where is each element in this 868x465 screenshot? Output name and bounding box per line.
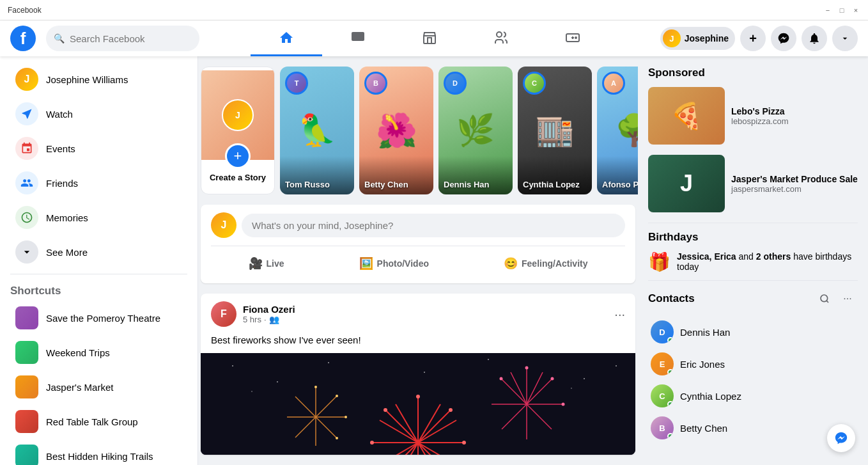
sidebar-shortcut-pomeroy[interactable]: Save the Pomeroy Theatre (5, 301, 192, 335)
photo-action[interactable]: 🖼️ Photo/Video (352, 251, 437, 276)
search-input[interactable] (70, 33, 192, 44)
svg-point-3 (575, 37, 577, 38)
watch-icon (15, 102, 38, 125)
create-story-plus-btn[interactable]: + (225, 143, 251, 169)
contacts-icons: ··· (814, 288, 858, 309)
live-action[interactable]: 🎥 Live (241, 251, 292, 276)
svg-point-36 (370, 441, 374, 445)
birthday-others: 2 others (756, 251, 791, 262)
svg-point-5 (232, 365, 233, 366)
notifications-button[interactable] (802, 26, 827, 51)
red-table-label: Red Table Talk Group (46, 416, 138, 427)
post-user-avatar: J (211, 212, 236, 238)
svg-point-49 (336, 437, 338, 439)
nav-tab-watch[interactable] (322, 20, 394, 56)
see-more-icon (15, 240, 38, 264)
sidebar-shortcut-jaspers[interactable]: Jasper's Market (5, 370, 192, 404)
create-story-user-img: J (222, 99, 254, 131)
story-card-tom[interactable]: T 🦜 Tom Russo (280, 67, 354, 194)
sidebar-shortcut-weekend-trips[interactable]: Weekend Trips (5, 336, 192, 369)
sidebar: J Josephine Williams Watch Events Friend… (0, 56, 198, 465)
post-box-top: J (211, 212, 625, 238)
sidebar-shortcut-hiking[interactable]: Best Hidden Hiking Trails (5, 439, 192, 465)
post-actions: 🎥 Live 🖼️ Photo/Video 😊 Feeling/Activity (211, 251, 625, 276)
feed-post-author: F Fiona Ozeri 5 hrs · 👥 (211, 301, 295, 327)
minimize-button[interactable]: − (823, 6, 832, 15)
search-bar[interactable]: 🔍 (46, 26, 199, 51)
post-options-button[interactable]: ··· (614, 307, 625, 322)
maximize-button[interactable]: □ (837, 6, 846, 15)
events-label: Events (46, 143, 75, 154)
messenger-button[interactable] (771, 26, 796, 51)
betty-online-dot (667, 433, 674, 439)
main-feed: J + Create a Story T 🦜 Tom Russo B 🌺 Bet… (198, 56, 638, 465)
lebos-ad-name: Lebo's Pizza (731, 106, 789, 116)
weekend-trips-label: Weekend Trips (46, 347, 110, 358)
svg-point-31 (449, 408, 453, 412)
create-story-top: J + (201, 67, 274, 160)
feed-post-author-info: Fiona Ozeri 5 hrs · 👥 (243, 304, 295, 324)
svg-point-6 (277, 381, 278, 382)
ad-item-lebos[interactable]: 🍕 Lebo's Pizza lebospizza.com (648, 87, 858, 145)
user-chip[interactable]: J Josephine (660, 27, 735, 50)
lebos-ad-url: lebospizza.com (731, 116, 789, 126)
feeling-action[interactable]: 😊 Feeling/Activity (496, 251, 595, 276)
create-story-card[interactable]: J + Create a Story (201, 67, 275, 194)
contacts-search-button[interactable] (814, 288, 835, 309)
right-panel: Sponsored 🍕 Lebo's Pizza lebospizza.com … (638, 56, 868, 465)
facebook-logo[interactable]: f (10, 26, 36, 51)
contact-cynthia[interactable]: C Cynthia Lopez (648, 381, 858, 411)
sidebar-item-see-more[interactable]: See More (5, 235, 192, 269)
see-more-label: See More (46, 247, 88, 258)
svg-point-32 (462, 441, 466, 445)
story-card-afonso[interactable]: A 🌳 Afonso Pinto (597, 67, 638, 194)
pomeroy-icon (15, 306, 38, 329)
ad-item-jaspers[interactable]: J Jasper's Market Produce Sale jaspersma… (648, 155, 858, 212)
nav-tab-gaming[interactable] (537, 20, 608, 56)
sidebar-item-memories[interactable]: Memories (5, 201, 192, 234)
header-right: J Josephine + (660, 26, 858, 51)
tom-story-name: Tom Russo (285, 180, 349, 189)
afonso-story-name: Afonso Pinto (602, 180, 638, 189)
app-title: Facebook (8, 6, 42, 15)
post-time: 5 hrs (243, 315, 261, 324)
story-card-cynthia[interactable]: C 🏬 Cynthia Lopez (518, 67, 592, 194)
jaspers-ad-url: jaspersmarket.com (731, 184, 858, 194)
post-divider (211, 246, 625, 246)
story-card-betty[interactable]: B 🌺 Betty Chen (359, 67, 433, 194)
sidebar-profile[interactable]: J Josephine Williams (5, 63, 192, 96)
story-card-dennis[interactable]: D 🌿 Dennis Han (438, 67, 513, 194)
nav-tab-marketplace[interactable] (394, 20, 465, 56)
events-icon (15, 137, 38, 160)
contacts-more-button[interactable]: ··· (837, 288, 858, 309)
sidebar-shortcut-red-table[interactable]: Red Table Talk Group (5, 405, 192, 438)
svg-point-61 (551, 377, 554, 381)
close-button[interactable]: × (851, 6, 860, 15)
weekend-trips-icon (15, 341, 38, 364)
nav-tab-groups[interactable] (465, 20, 537, 56)
contact-eric[interactable]: E Eric Jones (648, 349, 858, 379)
svg-point-48 (345, 416, 347, 418)
dennis-online-dot (667, 337, 674, 343)
nav-tab-home[interactable] (251, 20, 322, 56)
messenger-fab[interactable] (827, 424, 855, 452)
jaspers-market-image: J (648, 155, 725, 212)
dropdown-button[interactable] (832, 26, 858, 51)
add-button[interactable]: + (740, 26, 766, 51)
cynthia-online-dot (667, 401, 674, 407)
sidebar-item-watch[interactable]: Watch (5, 97, 192, 130)
user-name: Josephine (685, 33, 729, 43)
post-input[interactable] (242, 214, 625, 237)
jaspers-label: Jasper's Market (46, 382, 113, 393)
sidebar-item-events[interactable]: Events (5, 132, 192, 165)
contact-dennis[interactable]: D Dennis Han (648, 317, 858, 347)
stories-row: J + Create a Story T 🦜 Tom Russo B 🌺 Bet… (201, 67, 635, 194)
svg-point-9 (488, 359, 489, 360)
contacts-header: Contacts ··· (648, 288, 858, 309)
search-icon: 🔍 (54, 33, 65, 43)
contact-betty[interactable]: B Betty Chen (648, 413, 858, 443)
sidebar-item-friends[interactable]: Friends (5, 166, 192, 200)
post-privacy-icon: 👥 (269, 315, 279, 324)
svg-point-8 (424, 372, 425, 373)
live-label: Live (267, 258, 284, 269)
